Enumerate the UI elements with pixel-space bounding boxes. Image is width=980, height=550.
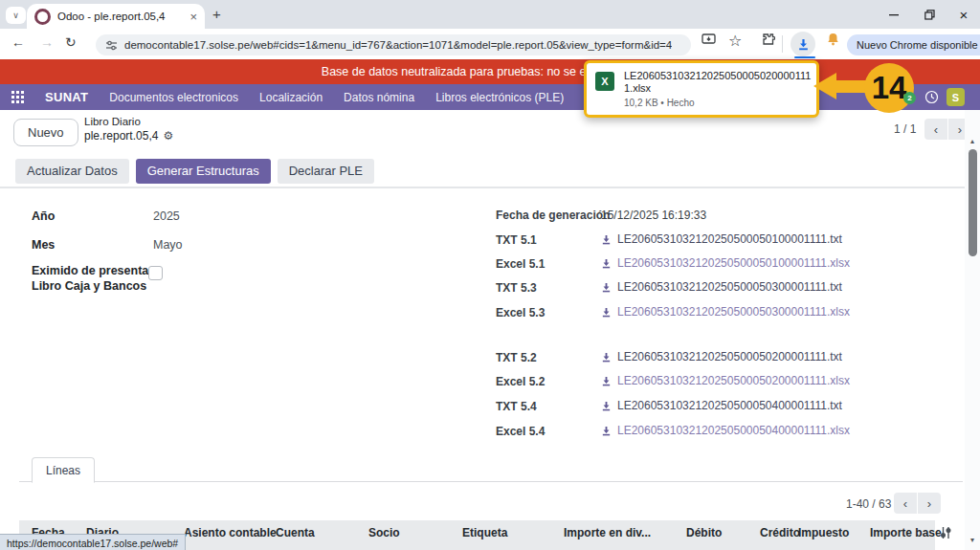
actions-gear-icon[interactable]: ⚙: [163, 129, 173, 143]
menu-libros-ple[interactable]: Libros electrónicos (PLE): [435, 91, 564, 104]
column-importe-base[interactable]: Importe base: [870, 526, 942, 539]
record-pager-text: 1 / 1: [894, 122, 916, 136]
bookmark-star-icon[interactable]: ☆: [728, 32, 742, 50]
window-close-button[interactable]: ×: [947, 0, 980, 29]
file-name: LE2060531032120250500050400001111.txt: [617, 399, 842, 412]
address-bar[interactable]: democontable17.solse.pe/web#cids=1&menu_…: [96, 34, 691, 55]
activities-clock-icon[interactable]: [924, 90, 939, 104]
new-record-button[interactable]: Nuevo: [13, 119, 78, 146]
download-progress-bar: [794, 56, 815, 59]
site-settings-icon[interactable]: [105, 39, 118, 52]
column-etiqueta[interactable]: Etiqueta: [462, 526, 507, 539]
file-download-link[interactable]: LE2060531032120250500050100001111.xlsx: [601, 256, 850, 270]
download-icon: [601, 282, 612, 293]
chat-counter-badge: 2: [903, 92, 916, 104]
scrollbar-thumb[interactable]: [969, 149, 977, 256]
column-asiento-contable[interactable]: Asiento contable: [184, 526, 277, 539]
declarar-ple-label: Declarar PLE: [289, 164, 363, 178]
optional-columns-icon[interactable]: [939, 526, 952, 539]
download-notification-popup[interactable]: X LE2060531032120250500050200001111.xlsx…: [584, 60, 819, 118]
file-name: LE2060531032120250500050100001111.txt: [617, 232, 842, 246]
form-action-bar: Actualizar Datos Generar Estructuras Dec…: [0, 155, 980, 187]
url-text[interactable]: democontable17.solse.pe/web#cids=1&menu_…: [124, 39, 672, 51]
file-name: LE2060531032120250500050400001111.xlsx: [617, 424, 850, 437]
menu-documentos-electronicos[interactable]: Documentos electronicos: [109, 91, 238, 104]
annotation-arrow-icon: [813, 73, 868, 99]
year-label: Año: [32, 209, 55, 223]
generation-date-label: Fecha de generación: [496, 209, 610, 222]
declarar-ple-button[interactable]: Declarar PLE: [278, 159, 374, 184]
download-icon: [601, 376, 612, 386]
file-download-link[interactable]: LE2060531032120250500050300001111.xlsx: [601, 305, 850, 319]
file-name: LE2060531032120250500050300001111.xlsx: [617, 305, 850, 319]
file-label: TXT 5.1: [496, 233, 537, 247]
sheet-divider: [0, 187, 980, 188]
status-bar-link: https://democontable17.solse.pe/web#: [0, 534, 186, 550]
window-restore-button[interactable]: [913, 0, 946, 29]
file-download-link[interactable]: LE2060531032120250500050400001111.txt: [601, 399, 842, 412]
browser-titlebar: ∨ Odoo - ple.report.05,4 × + ×: [0, 0, 980, 29]
scroll-down-icon[interactable]: ▾: [967, 536, 978, 544]
reload-button[interactable]: ↻: [65, 34, 77, 50]
list-pager-next-button[interactable]: ›: [918, 493, 941, 514]
file-download-link[interactable]: LE2060531032120250500050400001111.xlsx: [601, 424, 850, 437]
generar-estructuras-button[interactable]: Generar Estructuras: [136, 159, 271, 184]
breadcrumb: ple.report.05,4 ⚙: [84, 129, 173, 143]
month-label: Mes: [32, 238, 55, 252]
window-minimize-button[interactable]: [878, 0, 910, 29]
tab-lineas[interactable]: Líneas: [32, 457, 95, 483]
tab-search-icon[interactable]: ∨: [6, 7, 26, 24]
downloads-button[interactable]: [791, 32, 815, 56]
column-impuesto[interactable]: Impuesto: [798, 526, 849, 539]
generar-estructuras-label: Generar Estructuras: [147, 164, 259, 178]
breadcrumb-parent[interactable]: Libro Diario: [84, 116, 141, 127]
month-field[interactable]: Mayo: [153, 238, 183, 252]
tab-title: Odoo - ple.report.05,4: [57, 11, 183, 22]
pager-previous-button[interactable]: ‹: [924, 119, 947, 140]
browser-tab[interactable]: Odoo - ple.report.05,4 ×: [27, 4, 205, 29]
year-field[interactable]: 2025: [153, 209, 180, 223]
extensions-icon[interactable]: [762, 33, 775, 46]
download-icon: [601, 258, 612, 269]
file-download-link[interactable]: LE2060531032120250500050300001111.txt: [601, 280, 842, 294]
user-avatar[interactable]: S: [947, 88, 965, 106]
downloaded-file-meta: 10,2 KB • Hecho: [624, 98, 812, 108]
tab-lineas-label: Líneas: [46, 464, 80, 477]
column-cuenta[interactable]: Cuenta: [276, 526, 315, 539]
new-tab-button[interactable]: +: [212, 6, 221, 22]
toolbar-divider: [782, 35, 783, 53]
downloaded-file-name: LE2060531032120250500050200001111.xlsx: [624, 70, 812, 95]
file-download-link[interactable]: LE2060531032120250500050200001111.txt: [601, 350, 842, 363]
app-brand[interactable]: SUNAT: [45, 90, 88, 104]
file-download-link[interactable]: LE2060531032120250500050200001111.xlsx: [601, 374, 850, 387]
annotation-step-badge: 14: [864, 63, 914, 113]
column-credito[interactable]: Crédito: [760, 526, 800, 539]
scroll-up-icon[interactable]: ▴: [967, 137, 978, 145]
file-label: TXT 5.2: [496, 351, 537, 364]
file-label: TXT 5.3: [496, 281, 537, 295]
notification-bell-icon[interactable]: [827, 33, 839, 46]
forward-button[interactable]: →: [40, 34, 54, 50]
file-name: LE2060531032120250500050100001111.xlsx: [617, 256, 850, 270]
column-socio[interactable]: Socio: [368, 526, 400, 539]
menu-datos-nomina[interactable]: Datos nómina: [344, 91, 414, 104]
chrome-update-button[interactable]: Nuevo Chrome disponible ⋮: [847, 34, 980, 55]
exempt-label-line1: Eximido de presenta: [32, 264, 148, 277]
exempt-checkbox[interactable]: [148, 266, 163, 280]
install-page-icon[interactable]: [702, 33, 716, 46]
download-icon: [601, 401, 612, 411]
breadcrumb-current: ple.report.05,4: [84, 129, 158, 143]
new-record-label: Nuevo: [28, 125, 64, 140]
apps-grid-icon[interactable]: [11, 91, 24, 103]
download-icon: [601, 426, 612, 436]
file-name: LE2060531032120250500050200001111.xlsx: [617, 374, 850, 387]
actualizar-datos-button[interactable]: Actualizar Datos: [15, 159, 129, 184]
tab-close-icon[interactable]: ×: [189, 10, 197, 24]
menu-localizacion[interactable]: Localización: [259, 91, 323, 104]
generation-date-value: 15/12/2025 16:19:33: [601, 209, 706, 222]
column-debito[interactable]: Débito: [686, 526, 722, 539]
back-button[interactable]: ←: [11, 34, 25, 50]
list-pager-previous-button[interactable]: ‹: [894, 493, 917, 514]
column-importe-divisa[interactable]: Importe en div...: [564, 526, 651, 539]
file-download-link[interactable]: LE2060531032120250500050100001111.txt: [601, 232, 842, 246]
